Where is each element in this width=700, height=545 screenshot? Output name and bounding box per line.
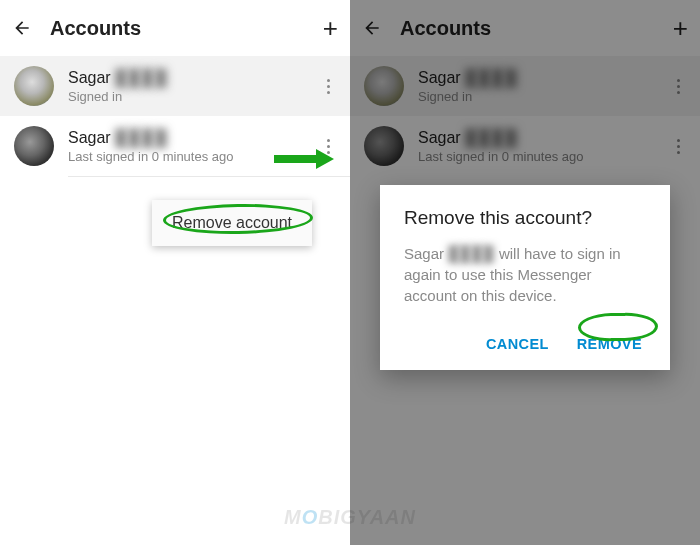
back-arrow-icon[interactable] xyxy=(12,18,32,38)
remove-account-dialog: Remove this account? Sagar ████ will hav… xyxy=(380,185,670,370)
remove-account-menu-item[interactable]: Remove account xyxy=(152,200,312,246)
remove-button[interactable]: REMOVE xyxy=(577,336,642,352)
avatar xyxy=(14,66,54,106)
account-text: Sagar ████ Last signed in 0 minutes ago xyxy=(68,129,306,164)
divider xyxy=(68,176,350,177)
dialog-actions: CANCEL REMOVE xyxy=(404,330,646,358)
account-status: Signed in xyxy=(68,89,306,104)
account-row[interactable]: Sagar ████ Signed in xyxy=(0,56,350,116)
overflow-menu-icon[interactable] xyxy=(320,71,336,102)
avatar xyxy=(14,126,54,166)
account-name: Sagar ████ xyxy=(68,69,306,87)
account-status: Last signed in 0 minutes ago xyxy=(68,149,306,164)
add-account-icon[interactable]: + xyxy=(323,13,338,44)
cancel-button[interactable]: CANCEL xyxy=(486,336,549,352)
account-name: Sagar ████ xyxy=(68,129,306,147)
left-screenshot: Accounts + Sagar ████ Signed in Sagar ██… xyxy=(0,0,350,545)
dialog-title: Remove this account? xyxy=(404,207,646,229)
page-title-left: Accounts xyxy=(50,17,305,40)
right-screenshot: Accounts + Sagar ████ Signed in Sagar ██… xyxy=(350,0,700,545)
account-text: Sagar ████ Signed in xyxy=(68,69,306,104)
header-left: Accounts + xyxy=(0,0,350,56)
svg-marker-1 xyxy=(316,149,334,169)
annotation-arrow-icon xyxy=(272,147,334,171)
dialog-body: Sagar ████ will have to sign in again to… xyxy=(404,243,646,306)
